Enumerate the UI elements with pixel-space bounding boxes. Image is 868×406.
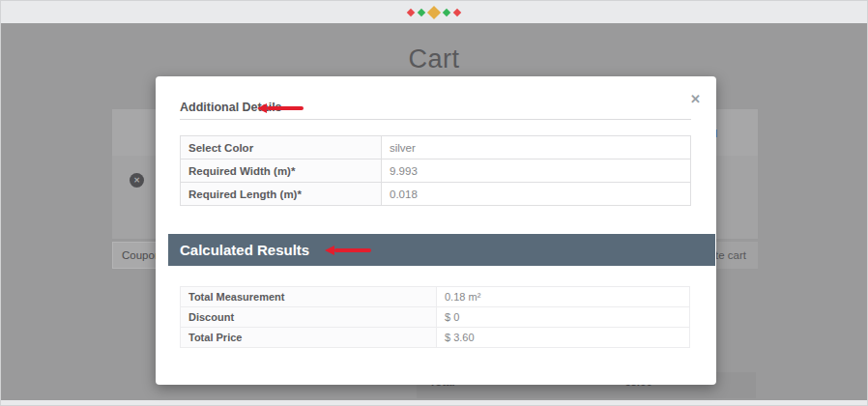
row-value: $ 3.60 bbox=[437, 328, 689, 347]
logo-diamond-icon bbox=[427, 5, 441, 18]
logo-diamond-icon bbox=[407, 8, 415, 15]
table-row: Select Color silver bbox=[181, 136, 690, 160]
page: Cart ✕ Coupon c te cart Total €3.60 ✕ Ad… bbox=[0, 0, 868, 406]
logo-diamond-icon bbox=[453, 8, 461, 15]
page-title: Cart bbox=[1, 44, 867, 74]
row-label: Select Color bbox=[181, 136, 382, 159]
logo-diamond-icon bbox=[443, 8, 450, 15]
modal-title-divider bbox=[180, 119, 691, 120]
row-label: Total Measurement bbox=[181, 287, 437, 306]
calculated-results-table: Total Measurement 0.18 m² Discount $ 0 T… bbox=[180, 286, 690, 348]
annotation-arrow bbox=[257, 103, 304, 113]
logo-diamond-icon bbox=[418, 8, 425, 15]
row-value: 9.993 bbox=[382, 160, 690, 182]
remove-item-icon[interactable]: ✕ bbox=[130, 173, 144, 188]
calculated-results-header: Calculated Results bbox=[168, 234, 715, 266]
row-value: silver bbox=[382, 136, 690, 159]
row-label: Required Length (m)* bbox=[181, 183, 382, 205]
row-value: 0.18 m² bbox=[437, 287, 689, 306]
update-cart-button[interactable]: te cart bbox=[713, 242, 758, 269]
row-label: Required Width (m)* bbox=[181, 160, 382, 182]
close-icon: ✕ bbox=[690, 92, 701, 106]
row-label: Discount bbox=[181, 307, 437, 327]
site-logo[interactable] bbox=[408, 8, 460, 17]
table-row: Total Measurement 0.18 m² bbox=[181, 287, 689, 307]
table-row: Total Price $ 3.60 bbox=[181, 328, 689, 348]
row-value: 0.018 bbox=[382, 183, 690, 205]
row-value: $ 0 bbox=[437, 307, 689, 327]
calculated-results-title: Calculated Results bbox=[180, 242, 309, 258]
row-label: Total Price bbox=[181, 328, 437, 347]
site-header bbox=[1, 1, 867, 23]
additional-details-modal: ✕ Additional Details Select Color silver… bbox=[156, 76, 716, 385]
additional-details-table: Select Color silver Required Width (m)* … bbox=[180, 135, 691, 206]
annotation-arrow bbox=[325, 246, 371, 255]
table-row: Discount $ 0 bbox=[181, 307, 689, 328]
close-button[interactable]: ✕ bbox=[690, 92, 701, 106]
table-row: Required Width (m)* 9.993 bbox=[181, 160, 690, 183]
table-row: Required Length (m)* 0.018 bbox=[181, 183, 690, 206]
